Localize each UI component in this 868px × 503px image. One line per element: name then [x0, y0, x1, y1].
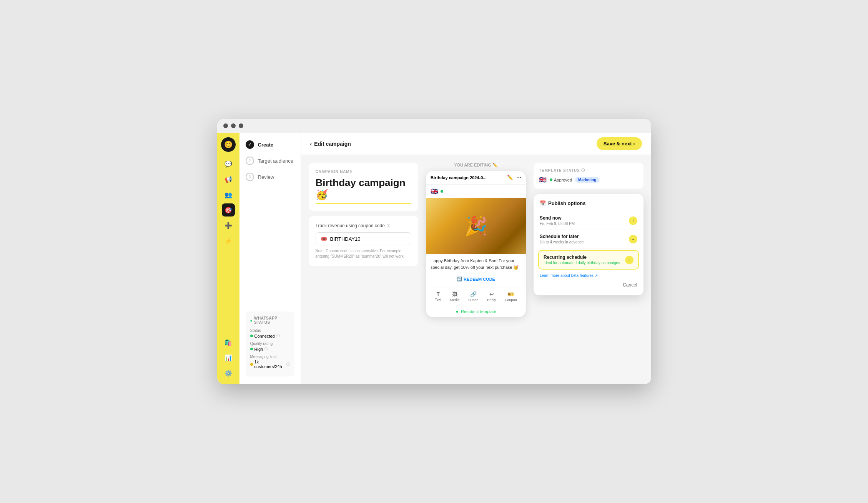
- connected-label: Connected: [254, 334, 275, 338]
- main-content: ‹ Edit campaign Save & next › CAMPAIGN N…: [301, 133, 651, 384]
- ts-flag: 🇬🇧: [539, 176, 547, 183]
- toolbar-item-text[interactable]: T Text: [435, 291, 441, 302]
- nav-step-create[interactable]: ✓ Create: [246, 140, 294, 149]
- toolbar-item-reply[interactable]: ↩ Reply: [487, 291, 496, 302]
- quality-value: High ⓘ: [250, 346, 290, 351]
- flag-icon: 🇬🇧: [431, 188, 438, 195]
- sidebar-item-bag[interactable]: 🛍️: [222, 336, 235, 349]
- sidebar-logo[interactable]: 😊: [221, 137, 236, 152]
- text-label: Text: [435, 298, 441, 301]
- ts-approved-label: Approved: [554, 178, 572, 182]
- status-value-connection: Connected ⓘ: [250, 333, 290, 338]
- more-icon[interactable]: ⋯: [516, 175, 521, 180]
- status-label-connection: Status: [250, 328, 290, 333]
- ts-info-icon: ⓘ: [581, 168, 585, 173]
- save-next-button[interactable]: Save & next ›: [597, 137, 642, 150]
- back-button[interactable]: ‹ Edit campaign: [310, 141, 351, 147]
- connection-info-icon: ⓘ: [276, 333, 280, 338]
- step-circle-review: 3: [246, 173, 254, 181]
- publish-option-recurring[interactable]: Recurring schedule Ideal for automated d…: [538, 250, 639, 270]
- recurring-title: Recurring schedule: [544, 255, 620, 260]
- coupon-card: Track revenue using coupon code ⓘ 🎟️ Not…: [309, 216, 419, 266]
- pencil-icon[interactable]: ✏️: [507, 175, 513, 180]
- coupon-input[interactable]: [330, 236, 407, 242]
- send-now-radio[interactable]: →: [629, 217, 637, 225]
- send-now-info: Send now Fri, Feb 9, 02:08 PM: [540, 215, 575, 226]
- messaging-value: 1k customers/24h ⓘ: [250, 360, 290, 369]
- phone-image: 🎉: [426, 198, 526, 254]
- cancel-button[interactable]: Cancel: [540, 281, 637, 289]
- calendar-icon: 📅: [540, 200, 546, 206]
- browser-bar: [217, 119, 651, 133]
- quality-text: High: [254, 347, 263, 351]
- campaign-name-card: CAMPAIGN NAME Birthday campaign 🥳: [309, 163, 419, 211]
- sidebar-item-chat[interactable]: 💬: [222, 157, 235, 170]
- sidebar-item-audience[interactable]: 👥: [222, 188, 235, 201]
- phone-header-icons: ✏️ ⋯: [507, 175, 521, 180]
- sidebar-item-settings[interactable]: ⚙️: [222, 366, 235, 380]
- step-circle-create: ✓: [246, 140, 254, 149]
- nav-step-review[interactable]: 3 Review: [246, 173, 294, 181]
- quality-label: Quality rating: [250, 341, 290, 346]
- schedule-later-title: Schedule for later: [540, 234, 584, 239]
- publish-options-popup: 📅 Publish options Send now Fri, Feb 9, 0…: [534, 194, 644, 295]
- step-label-review: Review: [258, 174, 274, 180]
- send-now-radio-icon: →: [631, 218, 635, 223]
- text-icon: T: [437, 291, 440, 297]
- redeem-label: REDEEM CODE: [464, 277, 495, 281]
- ts-approved: Approved: [550, 178, 572, 182]
- recurring-info: Recurring schedule Ideal for automated d…: [544, 255, 620, 265]
- topbar: ‹ Edit campaign Save & next ›: [301, 133, 651, 155]
- browser-dot-3: [239, 123, 243, 128]
- sidebar-item-add[interactable]: ➕: [222, 219, 235, 232]
- sidebar-item-megaphone[interactable]: 📢: [222, 173, 235, 186]
- back-arrow-icon: ‹: [310, 141, 312, 147]
- schedule-later-info: Schedule for later Up to 4 weeks in adva…: [540, 234, 584, 244]
- send-now-title: Send now: [540, 215, 575, 221]
- phone-flag-row: 🇬🇧: [426, 185, 526, 198]
- nav-step-target[interactable]: 2 Target audience: [246, 157, 294, 165]
- status-row-connection: Status Connected ⓘ: [250, 328, 290, 338]
- coupon-note: Note: Coupon code is case-sensitive. For…: [316, 248, 412, 259]
- publish-option-schedule-later[interactable]: Schedule for later Up to 4 weeks in adva…: [540, 230, 637, 248]
- whatsapp-status-card: ● WHATSAPP STATUS Status Connected ⓘ Qua…: [246, 311, 294, 376]
- learn-more-link[interactable]: Learn more about beta features ↗: [540, 273, 637, 278]
- recurring-radio[interactable]: →: [625, 256, 634, 264]
- right-panel: TEMPLATE STATUS ⓘ 🇬🇧 Approved Marketing: [534, 163, 644, 376]
- ts-dot: [550, 178, 552, 181]
- reply-icon: ↩: [489, 291, 494, 297]
- sidebar: 😊 💬 📢 👥 🎯 ➕ ⚡ 🛍️ 📊 ⚙️: [217, 133, 239, 384]
- media-icon: 🖼: [452, 291, 457, 297]
- left-panel: ✓ Create 2 Target audience 3 Review ● WH…: [239, 133, 301, 384]
- connected-dot: [250, 335, 253, 337]
- reply-label: Reply: [487, 298, 496, 302]
- schedule-later-radio[interactable]: →: [629, 235, 637, 243]
- sidebar-item-chart[interactable]: 📊: [222, 351, 235, 364]
- coupon-section-label: Track revenue using coupon code ⓘ: [316, 223, 412, 228]
- toolbar-item-button[interactable]: 🔗 Button: [468, 291, 478, 302]
- step-label-create: Create: [258, 142, 273, 148]
- sidebar-item-campaigns[interactable]: 🎯: [222, 203, 235, 217]
- send-now-sub: Fri, Feb 9, 02:08 PM: [540, 222, 575, 226]
- browser-dot-1: [223, 123, 228, 128]
- resubmit-label: Resubmit template: [461, 309, 496, 314]
- status-row-messaging: Messaging limit 1k customers/24h ⓘ: [250, 355, 290, 369]
- redeem-button[interactable]: ↩️ REDEEM CODE: [431, 274, 521, 284]
- recurring-radio-icon: →: [627, 258, 631, 262]
- messaging-info-icon: ⓘ: [286, 362, 290, 367]
- form-section: CAMPAIGN NAME Birthday campaign 🥳 Track …: [309, 163, 419, 376]
- coupon-info-icon: ⓘ: [387, 223, 390, 228]
- coupon-icon: 🎫: [507, 291, 514, 297]
- toolbar-item-media[interactable]: 🖼 Media: [450, 291, 460, 302]
- campaign-name-value: Birthday campaign 🥳: [316, 177, 412, 204]
- sidebar-item-lightning[interactable]: ⚡: [222, 234, 235, 247]
- toolbar-item-coupon[interactable]: 🎫 Coupon: [505, 291, 517, 302]
- step-label-target: Target audience: [258, 158, 294, 164]
- publish-option-send-now[interactable]: Send now Fri, Feb 9, 02:08 PM →: [540, 212, 637, 230]
- whatsapp-status-title: ● WHATSAPP STATUS: [250, 316, 290, 325]
- resubmit-row[interactable]: ● Resubmit template: [426, 305, 526, 317]
- coupon-input-wrap[interactable]: 🎟️: [316, 232, 412, 245]
- phone-section: YOU ARE EDITING ✏️ Birthday campaign 202…: [426, 163, 526, 376]
- template-status-label: TEMPLATE STATUS ⓘ: [539, 168, 638, 173]
- phone-message: Happy Birthday from Kapten & Son! For yo…: [431, 258, 521, 270]
